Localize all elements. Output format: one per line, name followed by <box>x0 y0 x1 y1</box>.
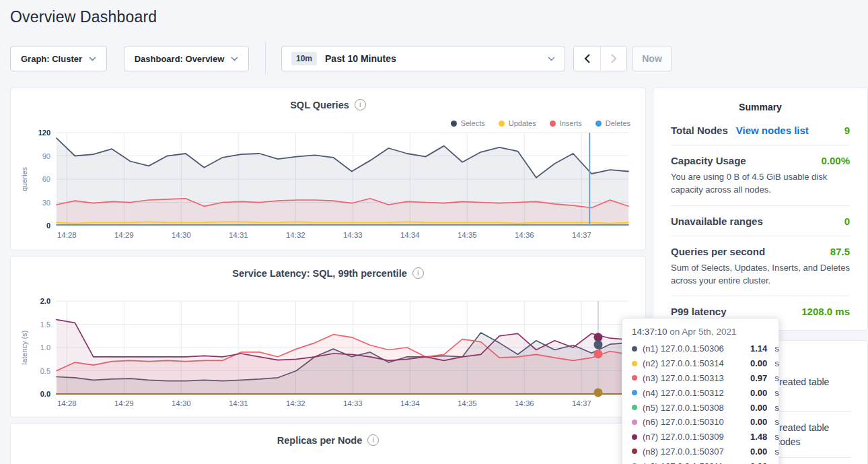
summary-row-description: Sum of Selects, Updates, Inserts, and De… <box>671 262 850 288</box>
time-prev-button[interactable] <box>574 46 600 71</box>
chevron-down-icon <box>89 57 96 61</box>
svg-text:1.0: 1.0 <box>40 343 50 352</box>
tooltip-latency-unit: s <box>774 373 779 383</box>
series-color-dot <box>632 434 637 440</box>
service-latency-chart-card: Service Latency: SQL, 99th percentile i … <box>10 256 646 418</box>
svg-text:0: 0 <box>46 222 50 230</box>
chart-hover-tooltip: 14:37:10 on Apr 5th, 2021 (n1) 127.0.0.1… <box>622 318 779 464</box>
tooltip-row: (n4) 127.0.0.1:503120.00s <box>632 385 769 400</box>
tooltip-row: (n1) 127.0.0.1:503061.14s <box>632 341 769 356</box>
tooltip-latency-unit: s <box>774 446 779 457</box>
tooltip-latency-value: 0.00 <box>750 358 767 368</box>
svg-text:90: 90 <box>42 152 50 160</box>
sql-queries-chart[interactable]: 14:2814:2914:3014:3114:3214:3314:3414:35… <box>15 126 641 244</box>
tooltip-node-address: (n8) 127.0.0.1:50307 <box>643 446 745 457</box>
summary-row: Capacity Usage0.00%You are using 0 B of … <box>671 145 850 206</box>
svg-text:14:30: 14:30 <box>172 231 191 239</box>
summary-row-value: 0.00% <box>821 155 850 166</box>
svg-text:14:28: 14:28 <box>57 231 77 239</box>
svg-text:120: 120 <box>38 129 50 137</box>
time-pager <box>573 46 627 71</box>
tooltip-node-address: (n3) 127.0.0.1:50313 <box>643 373 745 383</box>
tooltip-row: (n6) 127.0.0.1:503100.00s <box>632 415 769 430</box>
tooltip-latency-unit: s <box>774 343 779 354</box>
tooltip-latency-value: 0.97 <box>750 373 767 383</box>
tooltip-latency-value: 0.00 <box>750 446 767 457</box>
svg-text:14:35: 14:35 <box>458 399 477 407</box>
tooltip-node-address: (n1) 127.0.0.1:50306 <box>643 343 745 354</box>
summary-row-head: Total NodesView nodes list9 <box>671 125 850 136</box>
svg-text:0.0: 0.0 <box>40 390 50 398</box>
tooltip-latency-unit: s <box>774 417 779 427</box>
tooltip-node-address: (n6) 127.0.0.1:50310 <box>643 417 745 427</box>
dashboard-dropdown[interactable]: Dashboard: Overview <box>124 46 249 71</box>
summary-panel: Summary Total NodesView nodes list9Capac… <box>653 88 868 331</box>
time-range-dropdown[interactable]: 10m Past 10 Minutes <box>281 46 565 71</box>
svg-text:14:37: 14:37 <box>572 399 591 407</box>
summary-row-value: 0 <box>844 216 850 227</box>
svg-text:14:30: 14:30 <box>172 399 191 407</box>
series-color-dot <box>632 420 637 425</box>
summary-row-head: Unavailable ranges0 <box>671 216 850 227</box>
time-range-badge: 10m <box>291 52 317 65</box>
tooltip-node-address: (n2) 127.0.0.1:50314 <box>643 358 745 368</box>
tooltip-row: (n7) 127.0.0.1:503091.48s <box>632 430 769 444</box>
svg-text:2.0: 2.0 <box>40 297 50 305</box>
tooltip-latency-unit: s <box>774 461 779 464</box>
svg-text:queries: queries <box>20 166 28 191</box>
summary-row-label: Capacity Usage <box>671 155 746 166</box>
info-icon[interactable]: i <box>355 99 366 110</box>
graph-dropdown-label: Graph: Cluster <box>21 54 82 64</box>
summary-row-label: P99 latency <box>671 306 727 317</box>
series-color-dot <box>632 375 637 380</box>
tooltip-row: (n3) 127.0.0.1:503130.97s <box>632 371 769 386</box>
svg-text:14:32: 14:32 <box>286 399 305 407</box>
svg-text:14:32: 14:32 <box>286 231 305 239</box>
summary-row-value: 87.5 <box>830 246 850 257</box>
summary-title: Summary <box>671 88 850 115</box>
chevron-right-icon <box>611 54 617 63</box>
summary-row-description: You are using 0 B of 4.5 GiB usable disk… <box>671 171 850 197</box>
page-title: Overview Dashboard <box>10 8 157 26</box>
tooltip-latency-value: 1.14 <box>750 343 767 354</box>
dashboard-dropdown-label: Dashboard: Overview <box>135 54 225 64</box>
time-next-button[interactable] <box>600 46 626 71</box>
info-icon[interactable]: i <box>367 434 379 446</box>
replicas-per-node-chart-card: Replicas per Node i <box>10 423 646 464</box>
view-nodes-list-link[interactable]: View nodes list <box>736 125 809 136</box>
tooltip-latency-value: 0.00 <box>750 388 767 398</box>
tooltip-latency-value: 0.00 <box>750 417 767 427</box>
svg-text:14:28: 14:28 <box>57 399 77 407</box>
sql-queries-chart-card: SQL Queries i SelectsUpdatesInsertsDelet… <box>10 88 646 251</box>
summary-row-label: Queries per second <box>671 246 765 257</box>
svg-text:14:34: 14:34 <box>400 231 420 239</box>
tooltip-latency-value: 1.48 <box>750 432 767 442</box>
tooltip-latency-unit: s <box>774 358 779 368</box>
service-latency-chart[interactable]: 14:2814:2914:3014:3114:3214:3314:3414:35… <box>15 294 641 413</box>
tooltip-node-address: (n4) 127.0.0.1:50312 <box>643 388 745 398</box>
now-button[interactable]: Now <box>632 46 672 71</box>
svg-text:14:33: 14:33 <box>343 399 363 407</box>
chart-title: Replicas per Node <box>277 435 363 446</box>
info-icon[interactable]: i <box>412 267 424 279</box>
tooltip-latency-value: 0.00 <box>750 403 767 413</box>
tooltip-timestamp: 14:37:10 on Apr 5th, 2021 <box>632 327 769 337</box>
svg-text:14:31: 14:31 <box>229 231 248 239</box>
tooltip-node-address: (n9) 127.0.0.1:50311 <box>643 461 745 464</box>
svg-text:30: 30 <box>42 199 50 207</box>
svg-text:latency (s): latency (s) <box>20 331 28 365</box>
svg-text:14:33: 14:33 <box>343 231 363 239</box>
tooltip-node-address: (n5) 127.0.0.1:50308 <box>643 403 745 413</box>
chevron-down-icon <box>231 57 238 61</box>
tooltip-row: (n2) 127.0.0.1:503140.00s <box>632 356 769 371</box>
summary-row-label: Unavailable ranges <box>671 216 763 227</box>
series-color-dot <box>632 346 637 352</box>
overview-dashboard-page: Overview Dashboard Graph: Cluster Dashbo… <box>0 0 868 464</box>
svg-text:60: 60 <box>42 175 50 183</box>
graph-dropdown[interactable]: Graph: Cluster <box>10 46 107 71</box>
tooltip-row: (n8) 127.0.0.1:503070.00s <box>632 444 769 459</box>
svg-text:14:36: 14:36 <box>515 231 534 239</box>
summary-row-label: Total Nodes <box>671 125 728 136</box>
tooltip-node-address: (n7) 127.0.0.1:50309 <box>643 432 745 442</box>
summary-row-head: Queries per second87.5 <box>671 246 850 257</box>
